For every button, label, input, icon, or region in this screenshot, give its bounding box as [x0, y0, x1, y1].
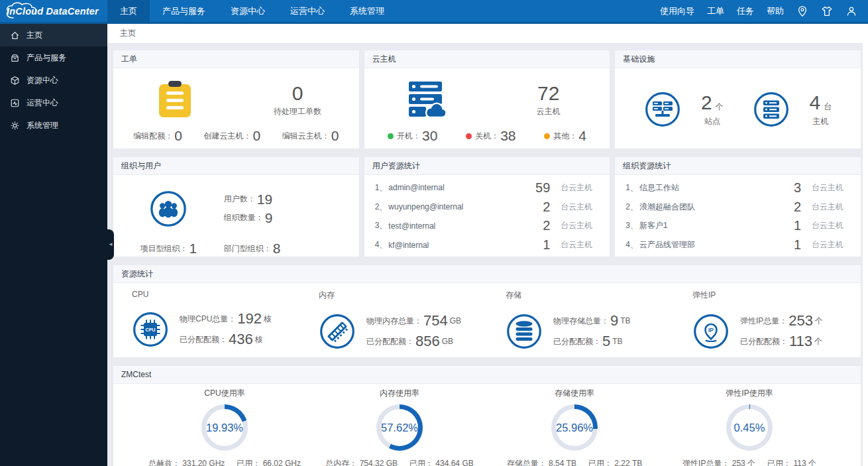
svg-text:IP: IP — [708, 326, 714, 333]
operations-icon — [10, 98, 20, 108]
svg-text:CPU: CPU — [146, 327, 156, 331]
cpu-allocated-stat: 已分配配额：436核 — [180, 331, 272, 348]
vm-stat-stopped: 关机：38 — [466, 128, 515, 144]
breadcrumb: 主页 — [107, 24, 868, 44]
nav-item-operations[interactable]: 运营中心 — [278, 0, 337, 22]
vm-stat-running: 开机：30 — [388, 128, 437, 144]
host-icon — [753, 91, 790, 128]
zmctest-card: ZMCtest CPU使用率 19.93% 总赫兹： 331.20 GHz 已用… — [113, 365, 861, 466]
nav-link-workorder[interactable]: 工单 — [707, 5, 724, 17]
workorder-stat: 编辑云主机：0 — [282, 128, 339, 144]
org-users-card: 组织与用户 用户数：19 组织数量：9 — [113, 156, 360, 257]
storage-resource-col: 存储 物理存储总量：9TB — [487, 286, 674, 353]
cpu-total-stat: 物理CPU总量：192核 — [180, 310, 272, 327]
nav-link-tasks[interactable]: 任务 — [737, 5, 754, 17]
nav-item-system[interactable]: 系统管理 — [337, 0, 397, 22]
cloud-server-icon — [402, 81, 449, 118]
sidebar-item-label: 系统管理 — [27, 120, 58, 131]
org-count-stat: 组织数量：9 — [224, 210, 359, 226]
workorder-stat: 编辑配额：0 — [133, 128, 182, 144]
project-org-stat: 项目型组织：1 — [140, 241, 197, 257]
gauge-ring: 57.62% — [376, 404, 423, 451]
clipboard-icon — [158, 80, 192, 119]
memory-total-stat: 物理内存总量：754GB — [366, 312, 461, 329]
org-users-card-title: 组织与用户 — [113, 157, 359, 175]
nav-item-resources[interactable]: 资源中心 — [218, 0, 278, 22]
vm-card: 云主机 — [364, 50, 611, 149]
memory-icon — [319, 313, 356, 350]
zmctest-card-title: ZMCtest — [113, 366, 861, 384]
app-logo[interactable]: InCloud DataCenter — [0, 0, 107, 22]
sidebar-item-system[interactable]: 系统管理 — [0, 114, 107, 137]
sidebar-item-operations[interactable]: 运营中心 — [0, 91, 107, 114]
cpu-usage-gauge: CPU使用率 19.93% 总赫兹： 331.20 GHz 已用： 66.02 … — [137, 388, 312, 466]
elastic-ip-resource-col: 弹性IP IP 弹性IP总量：253个 已分配配额：113个 — [674, 286, 861, 353]
user-resources-card-title: 用户资源统计 — [364, 157, 610, 175]
resource-stats-card: 资源统计 CPU CPU 物理CPU总量：192核 已分配配额：436核 — [113, 264, 861, 358]
storage-allocated-stat: 已分配配额：5TB — [553, 333, 631, 350]
user-resource-row: 4、kf@internal1台云主机 — [375, 235, 601, 255]
org-resource-row: 3、新客户11台云主机 — [625, 217, 851, 236]
gauge-stat: 弹性IP总量： 253 个 — [682, 458, 755, 466]
users-icon — [149, 190, 188, 228]
site-stat: 2个 站点 — [644, 91, 724, 128]
gauge-stat: 已用： 434.64 GB — [409, 458, 474, 466]
sidebar: 主页 产品与服务 资源中心 运营中心 系统管理 — [0, 24, 107, 466]
locate-user-icon[interactable] — [796, 5, 808, 17]
app-logo-text: InCloud DataCenter — [7, 6, 99, 17]
chevron-left-icon: ◄ — [108, 242, 113, 247]
infrastructure-card: 基础设施 — [614, 50, 861, 149]
scrollbar-track[interactable] — [863, 24, 868, 466]
sidebar-item-resources[interactable]: 资源中心 — [0, 69, 107, 91]
cpu-icon: CPU — [132, 311, 169, 348]
sidebar-item-label: 资源中心 — [27, 75, 58, 86]
user-resources-card: 用户资源统计 1、admin@internal59台云主机 2、wuyunpen… — [364, 156, 611, 257]
gauge-ring: 25.96% — [551, 404, 598, 451]
status-dot-other — [544, 133, 550, 139]
gauge-stat: 存储总量： 8.54 TB — [507, 458, 576, 466]
org-resources-card-title: 组织资源统计 — [615, 157, 861, 175]
sidebar-item-label: 运营中心 — [27, 97, 58, 109]
org-resource-row: 2、浪潮超融合团队2台云主机 — [625, 198, 851, 217]
nav-item-products[interactable]: 产品与服务 — [150, 0, 218, 22]
memory-usage-gauge: 内存使用率 57.62% 总内存： 754.32 GB 已用： 434.64 G… — [312, 388, 487, 466]
sidebar-item-label: 产品与服务 — [27, 52, 66, 64]
user-resource-row: 1、admin@internal59台云主机 — [375, 178, 601, 198]
user-count-stat: 用户数：19 — [224, 192, 359, 207]
theme-icon[interactable] — [821, 5, 833, 17]
host-stat: 4台 主机 — [753, 91, 832, 128]
navbar-right: 使用向导 工单 任务 帮助 — [660, 0, 868, 22]
nav-item-home[interactable]: 主页 — [107, 0, 150, 22]
user-icon[interactable] — [845, 5, 857, 17]
pending-workorder-label: 待处理工单数 — [274, 106, 321, 117]
sidebar-item-home[interactable]: 主页 — [0, 24, 107, 46]
sidebar-collapse-toggle[interactable]: ◄ — [107, 229, 114, 260]
user-resource-row: 2、wuyunpeng@internal2台云主机 — [375, 198, 601, 217]
memory-allocated-stat: 已分配配额：856GB — [366, 333, 461, 350]
breadcrumb-label: 主页 — [120, 28, 136, 39]
nav-link-guide[interactable]: 使用向导 — [660, 5, 694, 17]
workorder-card: 工单 0 待处理工单数 — [113, 50, 360, 149]
home-icon — [10, 30, 20, 40]
workorder-stat: 创建云主机：0 — [203, 128, 260, 144]
gauge-ring: 0.45% — [726, 404, 773, 451]
host-count: 4 — [810, 91, 821, 114]
gauge-ring: 19.93% — [201, 404, 248, 451]
site-count: 2 — [701, 91, 712, 114]
elastic-ip-allocated-stat: 已分配配额：113个 — [740, 333, 823, 350]
top-navbar: InCloud DataCenter 主页 产品与服务 资源中心 运营中心 系统… — [0, 0, 868, 24]
status-dot-stopped — [466, 133, 472, 139]
settings-icon — [10, 121, 20, 131]
org-resource-row: 5、演示用组织1台云主机 — [625, 255, 851, 257]
storage-total-stat: 物理存储总量：9TB — [553, 312, 631, 329]
org-resource-row: 4、云产品线管理部1台云主机 — [625, 235, 851, 255]
sidebar-item-products[interactable]: 产品与服务 — [0, 46, 107, 69]
gauge-stat: 已用： 66.02 GHz — [237, 458, 301, 466]
gauge-stat: 总内存： 754.32 GB — [325, 458, 398, 466]
vm-stat-other: 其他：4 — [544, 128, 586, 144]
resource-stats-card-title: 资源统计 — [113, 265, 861, 283]
cpu-resource-col: CPU CPU 物理CPU总量：192核 已分配配额：436核 — [113, 286, 300, 353]
resources-icon — [10, 76, 20, 86]
nav-link-help[interactable]: 帮助 — [767, 5, 784, 17]
host-label: 主机 — [810, 116, 832, 127]
